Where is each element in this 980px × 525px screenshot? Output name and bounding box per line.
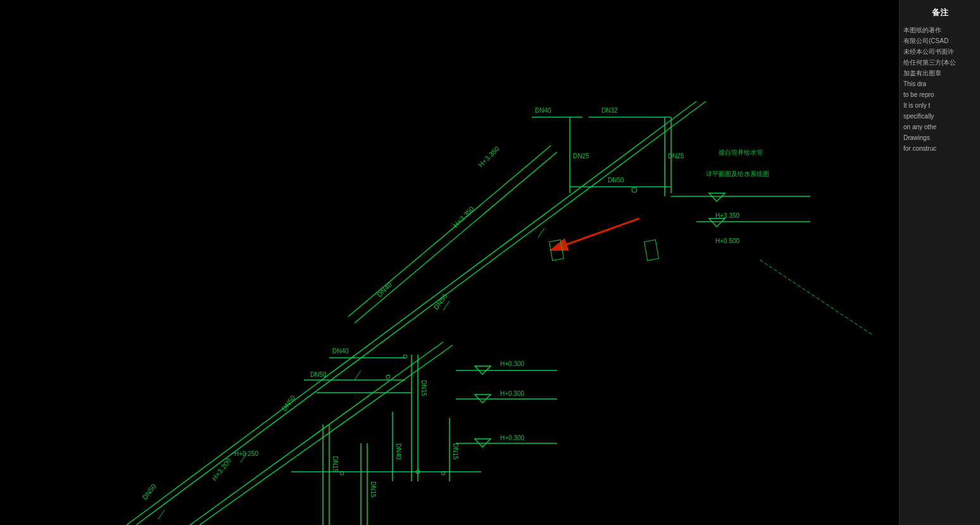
dn50-label-lower: DN50 — [280, 394, 297, 413]
h0300-label-3: H+0.300 — [500, 434, 525, 441]
sidebar-panel: 备注 本图纸的著作 有限公司(CSAD 未经本公司书面许 给任何第三方(本公 加… — [899, 0, 980, 525]
cad-canvas: DN50 DN40 H+3.350 DN40 DN32 DN25 DN25 DN… — [0, 0, 899, 525]
red-arrow — [551, 218, 639, 250]
sidebar-line-3: 未经本公司书面许 — [903, 46, 976, 57]
dn40-label-upper: DN40 — [375, 281, 393, 298]
junction-circle — [632, 187, 637, 193]
sidebar-line-6: This dra — [903, 79, 976, 89]
dashed-line-lower-right — [760, 260, 874, 336]
h3350-label-diag: H+3.350 — [477, 144, 501, 168]
triangle-right-2 — [709, 218, 725, 227]
dn50-label-diag2: DN50 — [432, 293, 449, 312]
sidebar-line-11: Drawings — [903, 132, 976, 143]
dn50-label-horiz: DN50 — [608, 177, 624, 184]
dn32-label: DN32 — [601, 107, 618, 114]
sidebar-line-7: to be repro — [903, 89, 976, 100]
tick-3 — [355, 370, 361, 380]
h0300-label-2: H+0.300 — [500, 390, 525, 397]
pipe-dn40-upper-b — [355, 152, 557, 323]
h0300-label-1: H+0.300 — [500, 360, 525, 367]
junction-lower-2 — [386, 375, 390, 379]
sidebar-title: 备注 — [903, 6, 976, 20]
sidebar-line-10: on any othe — [903, 122, 976, 132]
dn15-label-3: DN15 — [370, 481, 377, 498]
h3350-label-1: H+3.350 — [451, 205, 475, 229]
dn40-lower-label: DN40 — [332, 348, 349, 355]
sidebar-line-2: 有限公司(CSAD — [903, 35, 976, 46]
sidebar-line-12: for construc — [903, 143, 976, 154]
dn40-lower-vert-label: DN40 — [395, 443, 402, 460]
sidebar-line-5: 加盖有出图章 — [903, 68, 976, 79]
dn50-lower-horiz-label: DN50 — [310, 371, 327, 378]
pipe-dn50-lower-diag — [190, 342, 443, 525]
triangle-right-1 — [709, 193, 725, 201]
tick-5 — [538, 228, 544, 237]
sidebar-line-1: 本图纸的著作 — [903, 25, 976, 35]
dn25-label-r: DN25 — [668, 153, 684, 160]
sidebar-content: 本图纸的著作 有限公司(CSAD 未经本公司书面许 给任何第三方(本公 加盖有出… — [903, 25, 976, 154]
sidebar-line-8: It is only t — [903, 100, 976, 111]
sidebar-line-4: 给任何第三方(本公 — [903, 57, 976, 68]
tick-1 — [158, 510, 165, 519]
dn15-label-1: DN15 — [420, 380, 427, 396]
jieguan-label: 接自管井给水管 — [719, 149, 763, 156]
main-pipe-dn50-b — [136, 101, 706, 525]
sidebar-line-9: specifically — [903, 111, 976, 122]
dn15-label-4: DN15 — [452, 443, 459, 460]
dn25-label-l: DN25 — [573, 153, 589, 160]
dn50-label-main: DN50 — [141, 483, 158, 502]
dn15-label-2: DN15 — [332, 456, 339, 472]
h0500-label: H+0.500 — [715, 237, 740, 244]
xiang-label: 详平面图及给水系统图 — [706, 170, 769, 177]
pipe-detail-2 — [644, 240, 659, 261]
dn40-label-top: DN40 — [535, 107, 551, 114]
